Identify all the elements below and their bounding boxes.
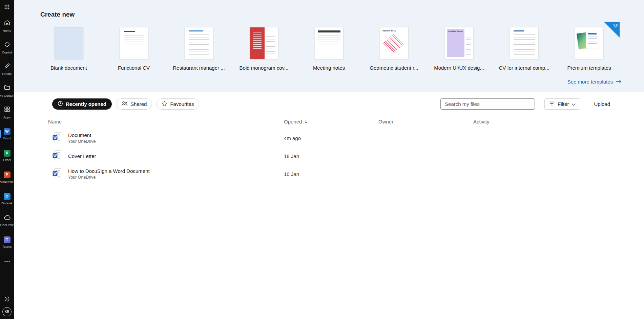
file-opened: 18 Jan	[284, 153, 378, 159]
column-header-activity[interactable]: Activity	[473, 119, 617, 124]
column-label: Name	[48, 119, 62, 124]
sidebar-item-label: Teams	[2, 245, 12, 248]
template-label: Geometric student r...	[370, 65, 418, 71]
template-card-meeting-notes[interactable]: Meeting notes	[296, 27, 361, 71]
template-label: Meeting notes	[313, 65, 345, 71]
svg-text:W: W	[54, 136, 57, 140]
template-thumbnail	[120, 27, 148, 59]
template-thumbnail	[510, 27, 539, 59]
sidebar-item-outlook[interactable]: O Outlook	[0, 188, 14, 210]
thumbnail-name-text: Angelica Astrom	[449, 30, 463, 32]
template-card-modern-uiux[interactable]: Angelica Astrom Modern UI/UX desig...	[427, 27, 492, 71]
files-section: Recently opened Shared Favourites	[14, 92, 644, 319]
template-card-geometric-report[interactable]: REPORT TITLE Geometric student r...	[361, 27, 427, 71]
sidebar-item-label: Create	[2, 72, 12, 76]
sidebar-item-copilot[interactable]: Copilot	[0, 37, 14, 58]
teams-icon: T	[4, 236, 11, 243]
sidebar-item-excel[interactable]: X Excel	[0, 145, 14, 166]
word-home-app: Home Copilot Create My Content Apps	[0, 0, 644, 319]
arrow-right-icon	[616, 79, 622, 85]
tab-shared[interactable]: Shared	[116, 98, 152, 110]
tab-label: Favourites	[170, 101, 194, 107]
upload-button[interactable]: Upload	[594, 101, 610, 107]
file-name-cell: W Document Your OneDrive	[48, 132, 284, 144]
template-card-blank-document[interactable]: Blank document	[36, 27, 101, 71]
excel-icon: X	[4, 150, 11, 157]
files-toolbar: Recently opened Shared Favourites	[48, 98, 617, 110]
template-thumbnail: REPORT TITLE	[380, 27, 409, 59]
template-label: Bold monogram cov...	[240, 65, 289, 71]
chevron-down-icon	[572, 101, 576, 107]
word-icon: W	[4, 128, 11, 135]
see-more-templates-label: See more templates	[567, 79, 613, 85]
file-filter-tabs: Recently opened Shared Favourites	[52, 98, 199, 110]
sidebar-item-my-content[interactable]: My Content	[0, 80, 14, 101]
column-header-name[interactable]: Name	[48, 119, 284, 124]
sidebar-item-apps[interactable]: Apps	[0, 101, 14, 123]
premium-thumb-art	[588, 33, 597, 35]
see-more-templates-link[interactable]: See more templates	[567, 79, 622, 85]
file-row-cover-letter[interactable]: W Cover Letter 18 Jan	[48, 147, 617, 165]
column-label: Activity	[473, 119, 490, 124]
sidebar-item-home[interactable]: Home	[0, 15, 14, 37]
sidebar-item-create[interactable]: Create	[0, 58, 14, 80]
sidebar-more-apps-button[interactable]	[0, 253, 14, 268]
thumbnail-report-title-text: REPORT TITLE	[383, 30, 396, 32]
sidebar-item-powerpoint[interactable]: P PowerPoint	[0, 166, 14, 188]
sidebar-item-label: Copilot	[2, 51, 12, 54]
sort-descending-icon	[304, 119, 308, 124]
more-options-icon	[4, 257, 10, 264]
template-thumbnail	[575, 27, 604, 59]
sidebar-item-label: OneDrive	[0, 223, 14, 227]
outlook-icon: O	[4, 193, 11, 200]
template-card-bold-monogram[interactable]: Bold monogram cov...	[231, 27, 296, 71]
main-content: Create new Blank document Functional CV …	[14, 0, 644, 319]
sidebar-item-onedrive[interactable]: OneDrive	[0, 210, 14, 231]
template-thumbnail	[55, 27, 83, 59]
sidebar-item-word[interactable]: W Word	[0, 123, 14, 145]
column-header-owner[interactable]: Owner	[378, 119, 473, 124]
search-input[interactable]	[440, 98, 535, 110]
tab-recently-opened[interactable]: Recently opened	[52, 98, 112, 110]
file-row-docusign-doc[interactable]: W How to DocuSign a Word Document Your O…	[48, 165, 617, 183]
template-card-restaurant-manager[interactable]: Restaurant manager ...	[166, 27, 231, 71]
file-text-block: Cover Letter	[68, 153, 96, 159]
tab-label: Recently opened	[66, 101, 106, 107]
sidebar-item-label: Excel	[3, 158, 11, 162]
column-header-opened[interactable]: Opened	[284, 119, 378, 124]
template-card-premium-templates[interactable]: Premium templates	[557, 27, 622, 71]
tab-favourites[interactable]: Favourites	[156, 98, 199, 110]
folder-icon	[4, 84, 11, 92]
gear-icon	[4, 296, 11, 304]
filter-label: Filter	[558, 101, 569, 107]
file-opened: 10 Jan	[284, 171, 378, 177]
filter-button[interactable]: Filter	[544, 98, 580, 110]
template-label: Modern UI/UX desig...	[434, 65, 484, 71]
onedrive-cloud-icon	[3, 215, 11, 222]
apps-grid-icon	[4, 106, 11, 114]
settings-button[interactable]	[0, 292, 14, 307]
powerpoint-icon: P	[4, 172, 11, 178]
premium-ribbon-badge	[604, 22, 620, 38]
column-label: Opened	[284, 119, 302, 124]
tab-label: Shared	[130, 101, 147, 107]
sidebar-item-teams[interactable]: T Teams	[0, 231, 14, 253]
file-row-document[interactable]: W Document Your OneDrive 4m ago	[48, 129, 617, 147]
svg-text:W: W	[54, 172, 57, 176]
sidebar-item-label: Outlook	[1, 202, 13, 205]
file-opened: 4m ago	[284, 135, 378, 141]
copilot-icon	[4, 41, 11, 49]
file-name-cell: W Cover Letter	[48, 150, 284, 162]
sidebar-bottom: KB	[0, 292, 14, 319]
file-title: How to DocuSign a Word Document	[68, 168, 150, 174]
template-thumbnail	[250, 27, 278, 59]
template-card-functional-cv[interactable]: Functional CV	[101, 27, 166, 71]
active-indicator	[0, 130, 1, 138]
account-avatar[interactable]: KB	[2, 307, 12, 316]
word-document-icon: W	[53, 150, 61, 162]
file-location: Your OneDrive	[68, 175, 150, 180]
word-document-icon: W	[53, 168, 61, 180]
template-card-cv-internal[interactable]: CV for internal comp...	[492, 27, 557, 71]
app-launcher-button[interactable]	[0, 0, 14, 15]
svg-text:W: W	[54, 154, 57, 158]
